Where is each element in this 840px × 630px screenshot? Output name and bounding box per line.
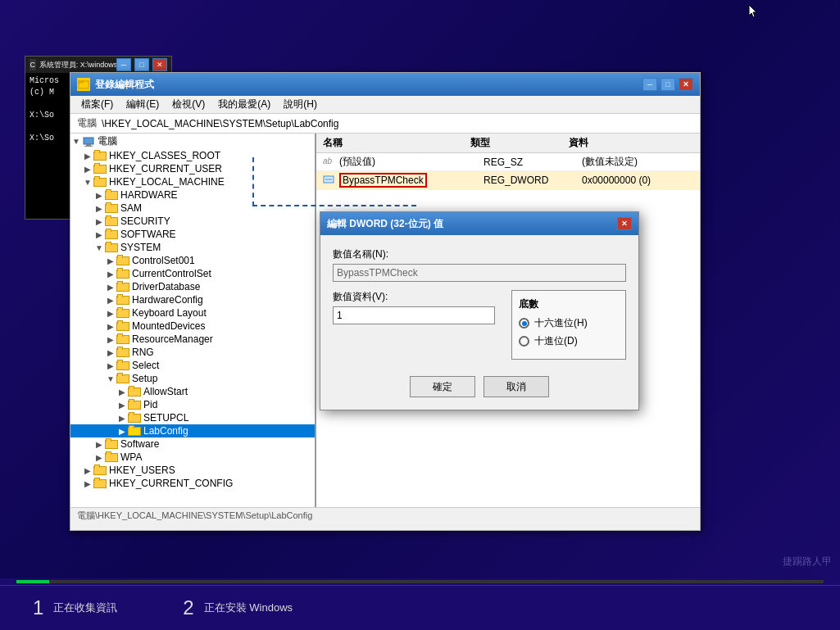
tree-controlset001[interactable]: ▶ ControlSet001 [70,254,315,267]
tree-pane[interactable]: ▼ 電腦 ▶ HKEY_CLASSES_ROOT [70,134,316,507]
hex-radio-item[interactable]: 十六進位(H) [519,316,619,330]
name-label: 數值名稱(N): [333,247,626,261]
tree-driverdb[interactable]: ▶ DriverDatabase [70,280,315,293]
folder-hkeycc [93,479,107,488]
tree-keyboard-layout[interactable]: ▶ Keyboard Layout [70,306,315,320]
tree-wpa[interactable]: ▶ WPA [70,451,315,464]
folder-hardware [105,191,118,200]
tree-classes-root[interactable]: ▶ HKEY_CLASSES_ROOT [70,149,315,162]
tree-security[interactable]: ▶ SECURITY [70,215,315,228]
tree-current-user[interactable]: ▶ HKEY_CURRENT_USER [70,162,315,175]
step-2-text: 正在安裝 Windows [204,601,293,615]
hex-radio-btn [519,318,529,329]
tree-mounted[interactable]: ▶ MountedDevices [70,320,315,333]
tree-software-hklm[interactable]: ▶ SOFTWARE [70,228,315,241]
step-2: 2 正在安裝 Windows [183,596,293,619]
folder-kblayout [116,309,129,318]
tree-sam[interactable]: ▶ SAM [70,202,315,215]
sam-toggle: ▶ [93,204,105,213]
tree-setupcl[interactable]: ▶ SETUPCL [70,411,315,424]
mouse-cursor [748,4,758,19]
reg-icon-dword [323,174,336,186]
registry-row-bypass[interactable]: BypassTPMCheck REG_DWORD 0x00000000 (0) [316,171,700,190]
tree-hwconfig[interactable]: ▶ HardwareConfig [70,293,315,306]
folder-mounted [116,322,129,331]
root-label: 電腦 [98,134,117,148]
folder-setup [116,374,129,383]
ccs-toggle: ▶ [105,270,116,279]
dec-radio-item[interactable]: 十進位(D) [519,334,619,348]
cmd-close[interactable]: ✕ [152,58,167,71]
dword-title: 編輯 DWORD (32-位元) 值 [327,217,443,231]
tree-labconfig[interactable]: ▶ LabConfig [70,424,315,437]
folder-software [105,230,118,239]
tree-allowstart[interactable]: ▶ AllowStart [70,385,315,398]
tree-rng[interactable]: ▶ RNG [70,346,315,359]
cmd-titlebar[interactable]: C 系統管理員: X:\windows\system32\cmd.exe ─ □… [25,57,171,73]
dword-buttons: 確定 取消 [333,372,626,397]
dword-controls: ✕ [617,217,632,230]
reg-data-bypass: 0x00000000 (0) [582,174,693,186]
menu-view[interactable]: 檢視(V) [166,96,211,113]
tree-resmgr[interactable]: ▶ ResourceManager [70,333,315,346]
bottom-area: 1 正在收集資訊 2 正在安裝 Windows [0,578,840,630]
cmd-minimize[interactable]: ─ [116,58,131,71]
regedit-close[interactable]: ✕ [679,78,693,91]
menu-help[interactable]: 說明(H) [277,96,324,113]
tree-root[interactable]: ▼ 電腦 [70,134,315,149]
tree-setup[interactable]: ▼ Setup [70,372,315,385]
pid-toggle: ▶ [116,401,128,410]
regedit-maximize[interactable]: □ [661,78,675,91]
svg-rect-3 [86,144,91,146]
col-type-header: 類型 [470,136,569,150]
progress-bar-area [0,578,840,585]
folder-local-machine [93,178,107,187]
tree-system[interactable]: ▼ SYSTEM [70,241,315,254]
kblayout-label: Keyboard Layout [132,307,207,319]
registry-row-default[interactable]: ab (預設值) REG_SZ (數值未設定) [316,153,700,171]
folder-sam [105,204,118,213]
tree-pid[interactable]: ▶ Pid [70,398,315,411]
tree-hkey-users[interactable]: ▶ HKEY_USERS [70,464,315,477]
folder-cs001 [116,256,129,265]
root-toggle: ▼ [70,137,82,146]
col-data-header: 資料 [569,136,693,150]
tree-software-2[interactable]: ▶ Software [70,437,315,451]
hardware-toggle: ▶ [93,191,105,200]
menu-edit[interactable]: 編輯(E) [120,96,166,113]
tree-local-machine[interactable]: ▼ HKEY_LOCAL_MACHINE [70,175,315,188]
dword-close[interactable]: ✕ [617,217,632,230]
select-toggle: ▶ [105,361,116,370]
pid-label: Pid [143,399,157,410]
hardware-label: HARDWARE [120,189,178,201]
tree-select[interactable]: ▶ Select [70,359,315,372]
folder-hwconfig [116,296,129,305]
local-machine-toggle: ▼ [82,178,93,187]
allowstart-label: AllowStart [143,386,188,397]
menu-favorites[interactable]: 我的最愛(A) [211,96,277,113]
cancel-button[interactable]: 取消 [484,376,549,397]
radix-title: 底數 [519,297,619,311]
setup-label: Setup [132,373,157,384]
name-input[interactable] [333,264,626,282]
dword-titlebar[interactable]: 編輯 DWORD (32-位元) 值 ✕ [320,212,638,235]
tree-hardware[interactable]: ▶ HARDWARE [70,188,315,202]
cmd-maximize[interactable]: □ [134,58,149,71]
folder-select [116,361,129,370]
ok-button[interactable]: 確定 [410,376,475,397]
reg-type-bypass: REG_DWORD [484,174,582,186]
hex-radio-label: 十六進位(H) [534,316,588,330]
tree-currentcontrolset[interactable]: ▶ CurrentControlSet [70,267,315,280]
hkeyusers-label: HKEY_USERS [109,465,175,476]
regedit-address-bar: 電腦 \HKEY_LOCAL_MACHINE\SYSTEM\Setup\LabC… [70,114,700,134]
folder-current-user [93,165,107,174]
menu-file[interactable]: 檔案(F) [75,96,120,113]
driverdb-toggle: ▶ [105,283,116,292]
tree-hkey-current-config[interactable]: ▶ HKEY_CURRENT_CONFIG [70,477,315,490]
software-toggle: ▶ [93,230,105,239]
data-input[interactable] [333,306,495,324]
system-toggle: ▼ [93,243,105,252]
regedit-minimize[interactable]: ─ [642,78,657,91]
folder-setupcl [128,414,141,423]
regedit-titlebar[interactable]: 登錄編輯程式 ─ □ ✕ [70,73,700,96]
